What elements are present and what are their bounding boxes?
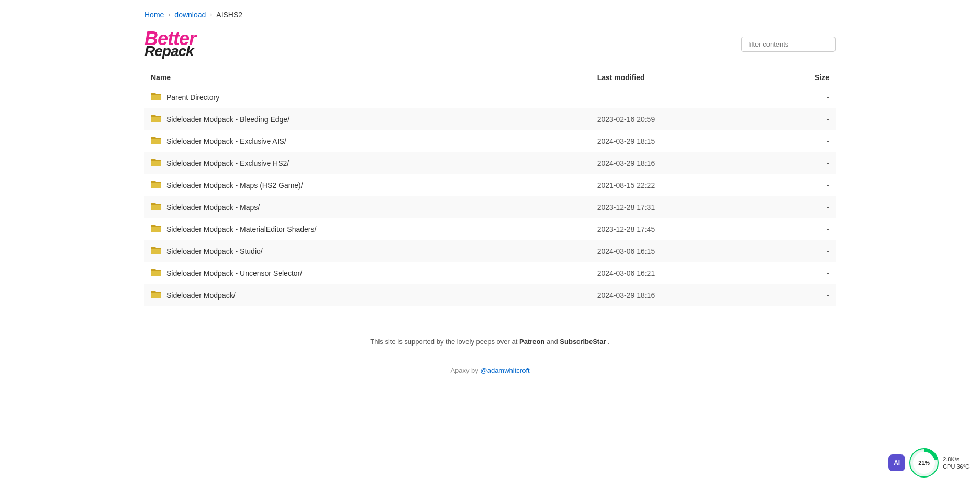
logo: Better Repack [144, 29, 196, 59]
apaxy-credit: Apaxy by @adamwhitcroft [144, 367, 836, 374]
file-size: - [767, 108, 836, 130]
table-row: Sideloader Modpack - Exclusive HS2/2024-… [144, 152, 836, 174]
file-name-cell: Sideloader Modpack - Studio/ [144, 240, 591, 262]
breadcrumb-home[interactable]: Home [144, 10, 164, 19]
folder-icon [151, 158, 161, 169]
file-name-cell: Sideloader Modpack/ [144, 284, 591, 306]
col-name-header: Name [144, 69, 591, 86]
table-row: Sideloader Modpack - Bleeding Edge/2023-… [144, 108, 836, 130]
file-name-cell: Sideloader Modpack - MaterialEditor Shad… [144, 218, 591, 240]
folder-link[interactable]: Sideloader Modpack - Exclusive AIS/ [166, 137, 286, 146]
file-name-cell: Sideloader Modpack - Exclusive AIS/ [144, 130, 591, 152]
table-row: Sideloader Modpack - Exclusive AIS/2024-… [144, 130, 836, 152]
table-row: Sideloader Modpack - Uncensor Selector/2… [144, 262, 836, 284]
folder-icon [151, 202, 161, 213]
table-row: Sideloader Modpack/2024-03-29 18:16- [144, 284, 836, 306]
table-row: Sideloader Modpack - Maps/2023-12-28 17:… [144, 196, 836, 218]
file-name-cell: Sideloader Modpack - Bleeding Edge/ [144, 108, 591, 130]
file-modified: 2024-03-29 18:16 [591, 152, 767, 174]
period: . [608, 338, 610, 346]
file-size: - [767, 284, 836, 306]
and-text: and [547, 338, 558, 346]
file-size: - [767, 196, 836, 218]
file-modified: 2024-03-29 18:15 [591, 130, 767, 152]
support-text: This site is supported by the lovely pee… [144, 338, 836, 346]
table-header-row: Name Last modified Size [144, 69, 836, 86]
breadcrumb: Home › download › AISHS2 [144, 10, 836, 19]
folder-icon [151, 246, 161, 257]
table-row: Parent Directory- [144, 86, 836, 108]
parent-directory-link[interactable]: Parent Directory [166, 93, 219, 102]
folder-icon [151, 268, 161, 279]
support-prefix: This site is supported by the lovely pee… [370, 338, 517, 346]
filter-input[interactable] [741, 37, 836, 52]
file-modified: 2024-03-06 16:15 [591, 240, 767, 262]
file-size: - [767, 262, 836, 284]
folder-link[interactable]: Sideloader Modpack/ [166, 291, 236, 300]
file-size: - [767, 240, 836, 262]
file-name-cell: Sideloader Modpack - Maps/ [144, 196, 591, 218]
file-modified: 2024-03-29 18:16 [591, 284, 767, 306]
file-modified: 2021-08-15 22:22 [591, 174, 767, 196]
file-modified [591, 86, 767, 108]
file-size: - [767, 174, 836, 196]
file-size: - [767, 86, 836, 108]
file-size: - [767, 218, 836, 240]
file-name-cell: Sideloader Modpack - Uncensor Selector/ [144, 262, 591, 284]
folder-icon [151, 136, 161, 147]
table-row: Sideloader Modpack - Maps (HS2 Game)/202… [144, 174, 836, 196]
file-name-cell: Sideloader Modpack - Maps (HS2 Game)/ [144, 174, 591, 196]
folder-icon [151, 114, 161, 125]
folder-link[interactable]: Sideloader Modpack - Bleeding Edge/ [166, 115, 289, 124]
folder-link[interactable]: Sideloader Modpack - MaterialEditor Shad… [166, 225, 316, 234]
file-modified: 2023-12-28 17:45 [591, 218, 767, 240]
folder-link[interactable]: Sideloader Modpack - Studio/ [166, 247, 263, 256]
patreon-link[interactable]: Patreon [519, 338, 544, 346]
file-modified: 2023-02-16 20:59 [591, 108, 767, 130]
table-row: Sideloader Modpack - Studio/2024-03-06 1… [144, 240, 836, 262]
folder-link[interactable]: Sideloader Modpack - Exclusive HS2/ [166, 159, 289, 168]
header-row: Better Repack [144, 29, 836, 59]
logo-repack: Repack [144, 44, 196, 59]
folder-link[interactable]: Sideloader Modpack - Maps (HS2 Game)/ [166, 181, 303, 190]
subscribestar-link[interactable]: SubscribeStar [560, 338, 606, 346]
breadcrumb-sep-1: › [168, 11, 170, 18]
col-modified-header: Last modified [591, 69, 767, 86]
table-row: Sideloader Modpack - MaterialEditor Shad… [144, 218, 836, 240]
breadcrumb-sep-2: › [210, 11, 212, 18]
folder-link[interactable]: Sideloader Modpack - Uncensor Selector/ [166, 269, 302, 278]
file-size: - [767, 130, 836, 152]
breadcrumb-current: AISHS2 [216, 10, 242, 19]
folder-icon [151, 290, 161, 301]
folder-icon [151, 224, 161, 235]
folder-icon [151, 180, 161, 191]
file-size: - [767, 152, 836, 174]
col-size-header: Size [767, 69, 836, 86]
apaxy-prefix: Apaxy by [450, 367, 478, 374]
breadcrumb-download[interactable]: download [174, 10, 206, 19]
folder-link[interactable]: Sideloader Modpack - Maps/ [166, 203, 260, 212]
file-modified: 2024-03-06 16:21 [591, 262, 767, 284]
file-modified: 2023-12-28 17:31 [591, 196, 767, 218]
file-name-cell: Parent Directory [144, 86, 591, 108]
file-table: Name Last modified Size Parent Directory… [144, 69, 836, 306]
apaxy-author-link[interactable]: @adamwhitcroft [480, 367, 529, 374]
file-name-cell: Sideloader Modpack - Exclusive HS2/ [144, 152, 591, 174]
footer: This site is supported by the lovely pee… [144, 338, 836, 374]
parent-folder-icon [151, 92, 161, 103]
